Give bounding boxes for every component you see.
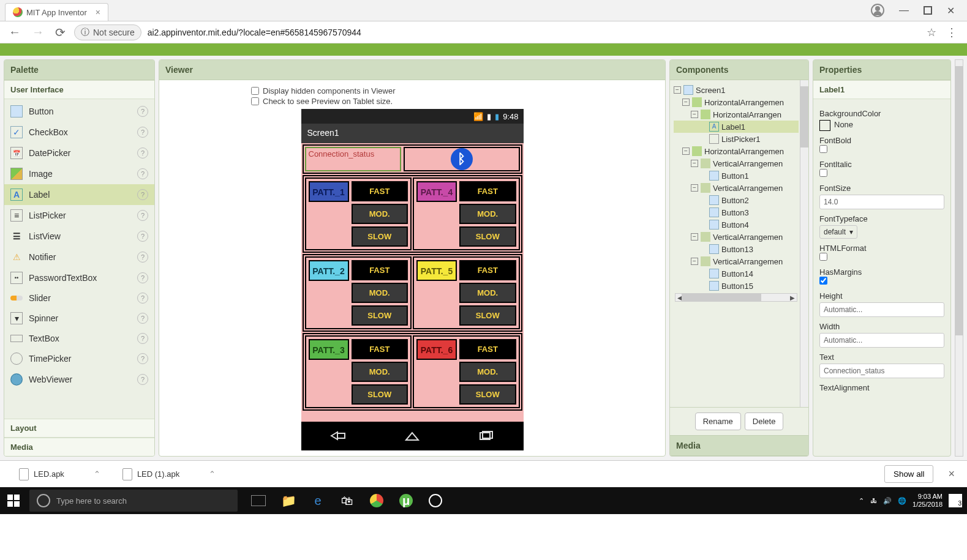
fast-button[interactable]: FAST [352,260,408,280]
help-icon[interactable]: ? [137,272,148,283]
utorrent-icon[interactable]: μ [393,487,419,514]
palette-media-header[interactable]: Media [4,438,154,456]
downloads-close-icon[interactable]: × [948,468,955,480]
rename-button[interactable]: Rename [695,413,741,430]
pattern-button-4[interactable]: PATT._4 [416,181,457,202]
tree-node[interactable]: −VerticalArrangemen [674,231,799,243]
prop-hasmargins-checkbox[interactable] [819,277,827,285]
tree-node[interactable]: ListPicker1 [674,133,799,145]
tray-chevron-up-icon[interactable]: ⌃ [859,497,864,505]
palette-item-datepicker[interactable]: 📅DatePicker? [4,143,154,163]
taskbar-search[interactable]: Type here to search [29,490,238,512]
slow-button[interactable]: SLOW [459,305,516,326]
palette-ui-header[interactable]: User Interface [4,80,154,99]
tree-node[interactable]: Button1 [674,170,799,182]
download-item[interactable]: LED.apk ⌃ [12,464,107,485]
chevron-up-icon[interactable]: ⌃ [209,469,216,479]
prop-htmlformat-checkbox[interactable] [819,253,827,261]
tree-node[interactable]: Button4 [674,218,799,231]
palette-item-notifier[interactable]: ⚠Notifier? [4,247,154,267]
palette-layout-header[interactable]: Layout [4,419,154,438]
notification-center-icon[interactable]: 3 [949,494,962,507]
taskbar-clock[interactable]: 9:03 AM 1/25/2018 [912,493,943,509]
back-icon[interactable]: ← [6,24,23,40]
mod-button[interactable]: MOD. [352,362,408,382]
tree-node[interactable]: Button3 [674,206,799,218]
palette-item-slider[interactable]: Slider? [4,288,154,308]
hidden-components-checkbox[interactable]: Display hidden components in Viewer [251,86,573,95]
palette-item-textbox[interactable]: TextBox? [4,329,154,348]
pattern-button-1[interactable]: PATT._1 [309,181,349,202]
tree-node[interactable]: Button15 [674,280,799,292]
hidden-check-input[interactable] [251,87,259,95]
tree-node[interactable]: −VerticalArrangemen [674,255,799,267]
window-maximize-icon[interactable] [924,6,932,15]
collapse-icon[interactable]: − [691,111,698,118]
browser-tab[interactable]: MIT App Inventor × [5,3,108,21]
components-tree[interactable]: −Screen1 −HorizontalArrangemen −Horizont… [670,80,800,407]
pattern-button-3[interactable]: PATT._3 [309,339,349,360]
scroll-right-icon[interactable]: ▶ [788,294,797,301]
tablet-check-input[interactable] [251,97,259,105]
help-icon[interactable]: ? [137,168,148,179]
palette-item-checkbox[interactable]: ✓CheckBox? [4,122,154,143]
slow-button[interactable]: SLOW [459,384,516,405]
tree-node[interactable]: Button2 [674,194,799,206]
prop-fontitalic-checkbox[interactable] [819,169,827,177]
start-button[interactable] [0,487,27,514]
help-icon[interactable]: ? [137,333,148,344]
security-pill[interactable]: ⓘ Not secure [74,24,141,40]
bluetooth-icon[interactable]: ᛒ [451,148,473,170]
help-icon[interactable]: ? [137,374,148,385]
show-all-button[interactable]: Show all [884,465,933,483]
pattern-button-5[interactable]: PATT._5 [416,260,457,281]
slow-button[interactable]: SLOW [459,226,516,247]
prop-typeface-select[interactable]: default▾ [819,225,857,239]
mod-button[interactable]: MOD. [459,362,516,382]
palette-item-password[interactable]: ••PasswordTextBox? [4,267,154,288]
tree-vertical-scrollbar[interactable] [800,80,808,407]
fast-button[interactable]: FAST [459,260,516,280]
palette-item-spinner[interactable]: ▾Spinner? [4,308,154,329]
mod-button[interactable]: MOD. [352,283,408,303]
tray-globe-icon[interactable]: 🌐 [898,497,906,505]
window-minimize-icon[interactable]: — [899,5,909,16]
palette-item-label[interactable]: ALabel? [4,184,154,205]
collapse-icon[interactable]: − [691,258,698,265]
download-item[interactable]: LED (1).apk ⌃ [116,464,222,485]
palette-item-button[interactable]: Button? [4,101,154,122]
palette-item-listpicker[interactable]: ≡ListPicker? [4,205,154,226]
tray-volume-icon[interactable]: 🔊 [883,497,892,505]
forward-icon[interactable]: → [29,24,47,40]
palette-item-listview[interactable]: ☰ListView? [4,226,154,247]
slow-button[interactable]: SLOW [352,384,408,405]
bookmark-star-icon[interactable]: ☆ [927,26,940,39]
window-close-icon[interactable]: ✕ [947,5,955,17]
help-icon[interactable]: ? [137,210,148,221]
scrollbar-thumb[interactable] [682,294,761,301]
mod-button[interactable]: MOD. [459,204,516,224]
tree-node-screen[interactable]: −Screen1 [674,84,799,96]
help-icon[interactable]: ? [137,189,148,200]
chrome-user-icon[interactable] [871,4,884,17]
tree-node[interactable]: −VerticalArrangemen [674,182,799,194]
palette-item-timepicker[interactable]: TimePicker? [4,348,154,369]
task-view-icon[interactable] [251,495,266,506]
collapse-icon[interactable]: − [682,99,690,106]
tree-node[interactable]: −HorizontalArrangemen [674,96,799,108]
prop-text-input[interactable] [819,364,944,378]
prop-width-input[interactable] [819,333,944,348]
slow-button[interactable]: SLOW [352,226,408,247]
help-icon[interactable]: ? [137,127,148,138]
prop-height-input[interactable] [819,302,944,317]
prop-fontbold-checkbox[interactable] [819,145,827,153]
tree-node[interactable]: Button13 [674,243,799,255]
url-text[interactable]: ai2.appinventor.mit.edu/?locale=en#56581… [148,28,361,37]
android-recent-icon[interactable] [478,430,495,444]
tree-node[interactable]: −HorizontalArrangemen [674,145,799,157]
fast-button[interactable]: FAST [352,339,408,359]
scrollbar-thumb[interactable] [800,86,808,147]
scrollbar-thumb[interactable] [955,66,963,335]
help-icon[interactable]: ? [137,353,148,364]
connection-status-label[interactable]: Connection_status [305,147,401,171]
